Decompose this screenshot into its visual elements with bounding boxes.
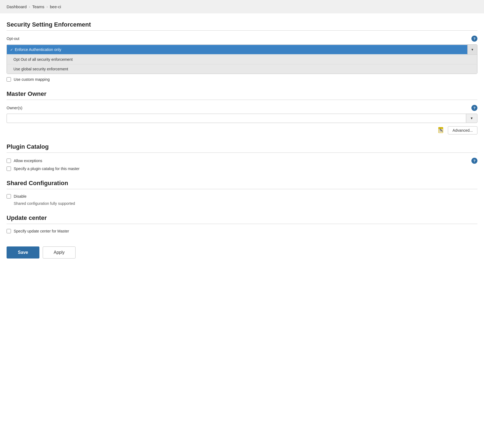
plugin-catalog-divider <box>7 153 477 153</box>
plugin-catalog-help-icon[interactable]: ? <box>471 158 477 164</box>
specify-update-checkbox[interactable] <box>7 229 11 233</box>
breadcrumb-sep-1: › <box>29 5 30 9</box>
owners-help-icon[interactable]: ? <box>471 105 477 111</box>
security-section-title: Security Setting Enforcement <box>7 21 477 28</box>
update-center-section: Update center Specify update center for … <box>7 214 477 233</box>
plugin-catalog-title: Plugin Catalog <box>7 143 477 150</box>
security-divider <box>7 30 477 31</box>
plugin-catalog-section: Plugin Catalog Allow exceptions ? Specif… <box>7 143 477 171</box>
svg-rect-1 <box>439 127 443 129</box>
apply-button[interactable]: Apply <box>43 246 76 259</box>
disable-row: Disable <box>7 194 477 199</box>
shared-config-title: Shared Configuration <box>7 180 477 187</box>
notepad-icon <box>437 127 445 134</box>
opt-out-help-icon[interactable]: ? <box>471 36 477 42</box>
dropdown-header: ✓ Enforce Authentication only ▼ <box>7 45 477 55</box>
custom-mapping-checkbox[interactable] <box>7 77 11 82</box>
shared-config-status: Shared configuration fully supported <box>14 201 477 206</box>
security-dropdown[interactable]: ✓ Enforce Authentication only ▼ Opt Out … <box>7 44 477 74</box>
owner-input[interactable] <box>7 114 466 123</box>
dropdown-list: Opt Out of all security enforcement Use … <box>7 55 477 74</box>
breadcrumb-sep-2: › <box>47 5 48 9</box>
update-center-title: Update center <box>7 214 477 222</box>
owner-dropdown-button[interactable]: ▼ <box>466 114 477 123</box>
master-owner-title: Master Owner <box>7 90 477 97</box>
dropdown-selected-label: Enforce Authentication only <box>15 47 61 52</box>
security-section: Security Setting Enforcement Opt-out ? ✓… <box>7 21 477 82</box>
allow-exceptions-row-outer: Allow exceptions ? <box>7 158 477 164</box>
checkmark-icon: ✓ <box>10 48 13 52</box>
master-owner-divider <box>7 100 477 100</box>
allow-exceptions-checkbox[interactable] <box>7 159 11 163</box>
breadcrumb-dashboard[interactable]: Dashboard <box>7 4 27 9</box>
owner-input-row: ▼ <box>7 114 477 123</box>
dropdown-option-2[interactable]: Use global security enforcement <box>7 64 477 74</box>
owners-label: Owner(s) <box>7 106 22 110</box>
specify-update-row: Specify update center for Master <box>7 229 477 233</box>
owners-field-row: Owner(s) ? <box>7 105 477 111</box>
footer-button-row: Save Apply <box>7 242 477 259</box>
opt-out-label: Opt-out <box>7 36 19 41</box>
specify-catalog-label[interactable]: Specify a plugin catalog for this master <box>14 166 79 171</box>
breadcrumb-bee-ci[interactable]: bee-ci <box>50 4 61 9</box>
specify-update-label[interactable]: Specify update center for Master <box>14 229 69 233</box>
breadcrumb: Dashboard › Teams › bee-ci <box>0 0 484 13</box>
allow-exceptions-label[interactable]: Allow exceptions <box>14 159 42 163</box>
shared-config-section: Shared Configuration Disable Shared conf… <box>7 180 477 206</box>
dropdown-option-1[interactable]: Opt Out of all security enforcement <box>7 55 477 64</box>
custom-mapping-row: Use custom mapping <box>7 77 477 82</box>
save-button[interactable]: Save <box>7 246 39 259</box>
breadcrumb-teams[interactable]: Teams <box>32 4 44 9</box>
custom-mapping-label[interactable]: Use custom mapping <box>14 77 50 82</box>
specify-catalog-row: Specify a plugin catalog for this master <box>7 166 477 171</box>
dropdown-selected-option[interactable]: ✓ Enforce Authentication only <box>7 45 467 54</box>
disable-label[interactable]: Disable <box>14 194 27 199</box>
master-owner-section: Master Owner Owner(s) ? ▼ <box>7 90 477 134</box>
advanced-button[interactable]: Advanced... <box>448 126 477 134</box>
allow-exceptions-row: Allow exceptions <box>7 159 42 163</box>
dropdown-arrow-button[interactable]: ▼ <box>467 45 477 54</box>
specify-catalog-checkbox[interactable] <box>7 166 11 171</box>
advanced-row: Advanced... <box>7 126 477 134</box>
opt-out-field-row: Opt-out ? <box>7 36 477 42</box>
shared-config-divider <box>7 189 477 189</box>
update-center-divider <box>7 224 477 224</box>
disable-checkbox[interactable] <box>7 194 11 199</box>
